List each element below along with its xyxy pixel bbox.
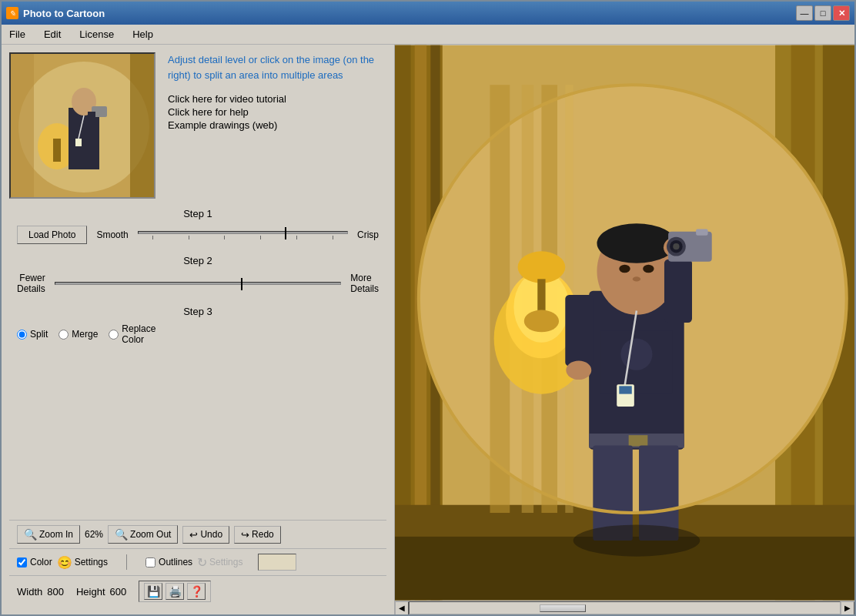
svg-rect-54 <box>629 435 648 446</box>
svg-rect-23 <box>490 85 510 513</box>
close-button[interactable]: ✕ <box>833 5 850 21</box>
height-group: Height 600 <box>76 586 126 598</box>
thumbnail-svg <box>11 54 155 199</box>
radio-split: Split <box>17 329 48 340</box>
outlines-group: Outlines ↻ Settings <box>145 555 242 570</box>
step1-row: Load Photo Smooth <box>9 226 386 244</box>
svg-point-35 <box>620 339 652 370</box>
svg-point-32 <box>524 310 559 333</box>
outlines-label: Outlines <box>159 557 192 567</box>
radio-merge-input[interactable] <box>59 330 69 340</box>
step3-label: Step 3 <box>9 306 386 317</box>
zoom-out-icon: 🔍 <box>115 528 128 541</box>
scroll-thumb[interactable] <box>540 604 586 612</box>
step2-slider-thumb[interactable] <box>241 278 242 290</box>
color-preview-box <box>258 554 296 571</box>
redo-label: Redo <box>252 529 274 540</box>
cartoon-svg <box>395 45 854 601</box>
step1-slider-track[interactable] <box>138 231 348 234</box>
canvas-area[interactable] <box>395 45 854 601</box>
radio-replace-label: Replace Color <box>122 323 155 346</box>
color-swatch-icon: 😊 <box>57 555 72 570</box>
menu-file[interactable]: File <box>6 27 28 42</box>
color-label: Color <box>30 557 52 567</box>
zoom-out-label: Zoom Out <box>130 529 171 540</box>
zoom-out-button[interactable]: 🔍 Zoom Out <box>108 525 178 544</box>
video-tutorial-link[interactable]: Click here for video tutorial <box>168 93 386 105</box>
color-settings-label[interactable]: Settings <box>75 557 108 567</box>
width-label: Width <box>17 586 42 598</box>
svg-rect-7 <box>88 112 95 127</box>
load-photo-button[interactable]: Load Photo <box>17 226 87 244</box>
instructions-links: Click here for video tutorial Click here… <box>168 93 386 131</box>
steps-area: Step 1 Load Photo Smooth <box>9 208 386 514</box>
print-button[interactable]: 🖨️ <box>166 583 184 600</box>
maximize-button[interactable]: □ <box>814 5 831 21</box>
zoom-percent: 62% <box>85 529 103 540</box>
radio-split-input[interactable] <box>17 330 27 340</box>
color-checkbox[interactable] <box>17 557 27 567</box>
step2-label: Step 2 <box>9 255 386 266</box>
tick-2 <box>189 236 189 239</box>
right-panel: ◀ ▶ <box>394 45 854 614</box>
fewer-details-label: Fewer Details <box>17 273 45 295</box>
help-link[interactable]: Click here for help <box>168 106 386 118</box>
color-group: Color 😊 Settings <box>17 555 108 570</box>
svg-point-40 <box>633 276 640 281</box>
step2-slider-track[interactable] <box>55 282 342 285</box>
scroll-track[interactable] <box>409 601 841 614</box>
smooth-label: Smooth <box>96 229 128 240</box>
color-settings-group: 😊 Settings <box>57 555 108 570</box>
step2-slider-wrapper <box>52 282 345 285</box>
radio-merge-label: Merge <box>72 329 98 340</box>
step2-container: Step 2 Fewer Details More <box>9 255 386 295</box>
title-bar: ✎ Photo to Cartoon — □ ✕ <box>2 2 854 25</box>
tick-6 <box>333 236 333 239</box>
main-window: ✎ Photo to Cartoon — □ ✕ File Edit Licen… <box>0 0 856 616</box>
top-section: Adjust detail level or click on the imag… <box>9 52 386 199</box>
color-checkbox-group: Color <box>17 557 52 567</box>
photo-thumbnail[interactable] <box>9 52 155 199</box>
svg-point-37 <box>597 223 676 263</box>
radio-replace-input[interactable] <box>109 330 119 340</box>
scroll-right-button[interactable]: ▶ <box>841 601 854 615</box>
tick-4 <box>260 236 261 239</box>
save-button[interactable]: 💾 <box>144 583 162 600</box>
outlines-settings-label: Settings <box>209 557 242 567</box>
svg-rect-3 <box>53 139 61 162</box>
action-buttons-group: 💾 🖨️ ❓ <box>139 581 211 602</box>
crisp-label: Crisp <box>357 229 379 240</box>
scroll-left-button[interactable]: ◀ <box>395 601 409 615</box>
zoom-in-button[interactable]: 🔍 Zoom In <box>17 525 80 544</box>
undo-button[interactable]: ↩ Undo <box>182 526 229 544</box>
step1-slider-thumb[interactable] <box>285 227 286 239</box>
step1-label: Step 1 <box>9 208 386 219</box>
instructions-highlight-text: Adjust detail level or click on the imag… <box>168 52 386 82</box>
svg-point-46 <box>673 243 679 249</box>
minimize-button[interactable]: — <box>796 5 813 21</box>
step3-row: Split Merge Replace Color <box>9 323 386 346</box>
step2-row: Fewer Details More Details <box>9 273 386 295</box>
radio-merge: Merge <box>59 329 98 340</box>
svg-point-52 <box>566 360 591 380</box>
undo-label: Undo <box>200 529 222 540</box>
menu-license[interactable]: License <box>76 27 117 42</box>
help-icon-button[interactable]: ❓ <box>187 583 206 600</box>
svg-point-38 <box>619 265 630 273</box>
bottom-toolbar: 🔍 Zoom In 62% 🔍 Zoom Out ↩ Undo ↪ Redo <box>9 520 386 548</box>
menu-help[interactable]: Help <box>129 27 156 42</box>
tick-1 <box>152 236 153 239</box>
outlines-checkbox[interactable] <box>145 557 155 567</box>
redo-button[interactable]: ↪ Redo <box>234 526 281 544</box>
svg-point-30 <box>518 251 566 283</box>
window-title: Photo to Cartoon <box>23 8 105 19</box>
left-bottom: 🔍 Zoom In 62% 🔍 Zoom Out ↩ Undo ↪ Redo <box>9 520 386 607</box>
dimensions-bar: Width 800 Height 600 💾 🖨️ ❓ <box>9 575 386 607</box>
svg-rect-9 <box>75 139 82 146</box>
step1-slider-track-wrapper <box>135 231 351 239</box>
menu-edit[interactable]: Edit <box>41 27 64 42</box>
outlines-settings-group: ↻ Settings <box>197 555 242 570</box>
examples-link[interactable]: Example drawings (web) <box>168 119 386 131</box>
width-value: 800 <box>47 586 64 598</box>
svg-rect-11 <box>130 54 155 199</box>
